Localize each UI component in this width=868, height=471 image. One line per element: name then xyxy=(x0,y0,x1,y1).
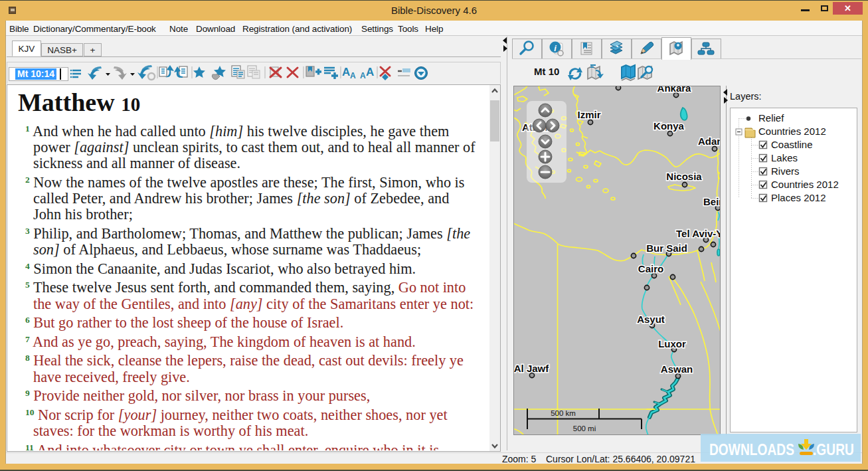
svg-text:Ankara: Ankara xyxy=(657,86,692,94)
svg-text:Luxor: Luxor xyxy=(658,338,686,349)
svg-text:Konya: Konya xyxy=(653,120,685,132)
svg-text:Izmir: Izmir xyxy=(577,109,600,120)
svg-text:Tel Aviv-Yafo: Tel Aviv-Yafo xyxy=(676,228,721,239)
svg-text:Nicosia: Nicosia xyxy=(666,171,702,182)
svg-text:Bur Said: Bur Said xyxy=(646,242,687,254)
svg-text:Cairo: Cairo xyxy=(638,263,663,274)
svg-text:A: A xyxy=(342,66,350,78)
svg-text:Beirut: Beirut xyxy=(703,196,721,207)
svg-text:500 km: 500 km xyxy=(551,409,576,417)
svg-text:Adana: Adana xyxy=(698,136,721,147)
svg-text:Asyut: Asyut xyxy=(637,314,665,325)
svg-text:A: A xyxy=(366,66,374,78)
svg-text:A: A xyxy=(360,71,366,80)
svg-text:A: A xyxy=(350,71,356,80)
svg-text:i: i xyxy=(554,43,557,53)
svg-text:Aswan: Aswan xyxy=(661,363,693,375)
svg-text:Al Jawf: Al Jawf xyxy=(514,363,550,374)
svg-text:500 mi: 500 mi xyxy=(573,424,596,432)
